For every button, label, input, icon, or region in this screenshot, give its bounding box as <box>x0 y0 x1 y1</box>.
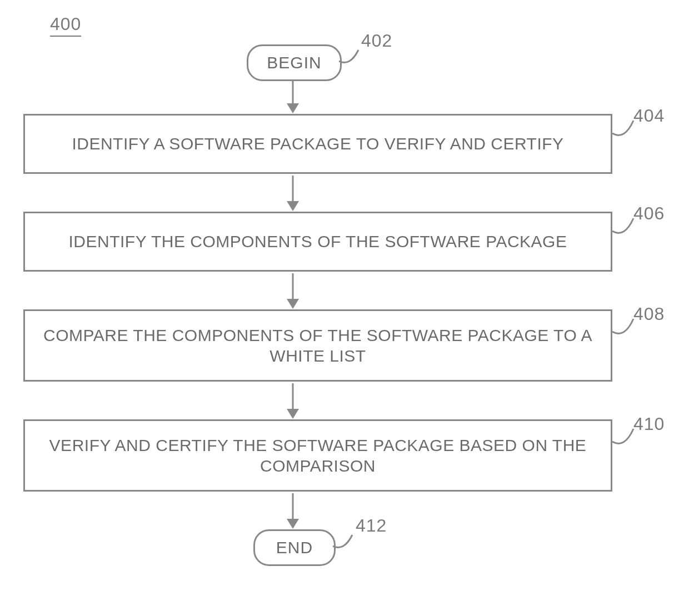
ref-404: 404 <box>633 106 665 126</box>
arrow-4-head <box>287 409 299 419</box>
arrow-2-line <box>292 176 294 202</box>
ref-412: 412 <box>356 515 387 536</box>
figure-number: 400 <box>50 14 81 37</box>
terminal-end: END <box>253 529 336 566</box>
arrow-1-head <box>287 103 299 113</box>
terminal-begin: BEGIN <box>247 44 342 81</box>
process-step-406: IDENTIFY THE COMPONENTS OF THE SOFTWARE … <box>23 212 612 272</box>
flowchart-canvas: 400 BEGIN 402 IDENTIFY A SOFTWARE PACKAG… <box>0 0 689 616</box>
ref-410: 410 <box>633 414 665 434</box>
arrow-5-head <box>287 519 299 529</box>
ref-408: 408 <box>633 304 665 324</box>
process-step-410: VERIFY AND CERTIFY THE SOFTWARE PACKAGE … <box>23 419 612 492</box>
ref-402: 402 <box>361 31 392 51</box>
process-step-408: COMPARE THE COMPONENTS OF THE SOFTWARE P… <box>23 309 612 382</box>
arrow-2-head <box>287 201 299 211</box>
arrow-4-line <box>292 383 294 410</box>
arrow-5-line <box>292 493 294 520</box>
arrow-1-line <box>292 79 294 104</box>
arrow-3-line <box>292 273 294 300</box>
arrow-3-head <box>287 299 299 309</box>
process-step-404: IDENTIFY A SOFTWARE PACKAGE TO VERIFY AN… <box>23 114 612 174</box>
ref-406: 406 <box>633 203 665 224</box>
